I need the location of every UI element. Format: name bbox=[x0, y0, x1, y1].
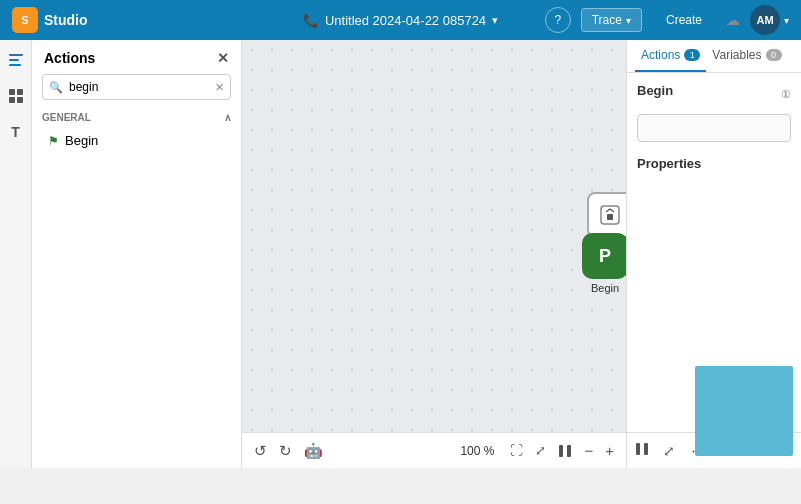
right-panel: Actions 1 Variables 0 Begin ① Properties bbox=[626, 40, 801, 468]
svg-rect-12 bbox=[644, 443, 648, 455]
svg-rect-10 bbox=[567, 445, 571, 457]
topbar-left: S Studio bbox=[12, 7, 88, 33]
tab-actions-badge: 1 bbox=[684, 49, 700, 61]
collapse-icon[interactable]: ∧ bbox=[224, 112, 231, 123]
topbar: S Studio 📞 Untitled 2024-04-22 085724 ▾ … bbox=[0, 0, 801, 40]
cloud-icon: ☁ bbox=[726, 12, 740, 28]
expand-button[interactable]: ⤢ bbox=[535, 443, 546, 458]
zoom-plus-button[interactable]: + bbox=[605, 442, 614, 459]
properties-title: Properties bbox=[637, 156, 791, 171]
avatar-chevron-icon: ▾ bbox=[784, 15, 789, 26]
tab-variables[interactable]: Variables 0 bbox=[706, 40, 787, 72]
begin-section-title: Begin bbox=[637, 83, 673, 98]
grid-icon-btn[interactable] bbox=[4, 84, 28, 108]
svg-rect-8 bbox=[607, 214, 613, 220]
topbar-center: 📞 Untitled 2024-04-22 085724 ▾ bbox=[303, 13, 498, 28]
general-section-label: GENERAL ∧ bbox=[42, 112, 231, 123]
topbar-right: ? Trace ▾ Create ☁ AM ▾ bbox=[545, 5, 789, 35]
tab-variables-badge: 0 bbox=[766, 49, 782, 61]
start-node-box bbox=[587, 192, 626, 238]
undo-button[interactable]: ↺ bbox=[254, 442, 267, 460]
text-icon-btn[interactable]: T bbox=[4, 120, 28, 144]
fit-view-button[interactable]: ⛶ bbox=[510, 443, 523, 458]
help-button[interactable]: ? bbox=[545, 7, 571, 33]
flag-icon: ⚑ bbox=[48, 134, 59, 148]
trace-label: Trace bbox=[592, 13, 622, 27]
trace-button[interactable]: Trace ▾ bbox=[581, 8, 642, 32]
app-name: Studio bbox=[44, 12, 88, 28]
columns-button[interactable] bbox=[558, 444, 572, 458]
begin-node-box: P bbox=[582, 233, 626, 279]
begin-action-item[interactable]: ⚑ Begin bbox=[42, 129, 231, 152]
tab-variables-label: Variables bbox=[712, 48, 761, 62]
search-input[interactable] bbox=[42, 74, 231, 100]
canvas-area[interactable]: P Begin ↺ ↻ 🤖 100 % ⛶ ⤢ − + bbox=[242, 40, 626, 468]
svg-rect-3 bbox=[9, 89, 15, 95]
svg-rect-0 bbox=[9, 54, 23, 56]
begin-node-icon: P bbox=[599, 246, 611, 267]
svg-rect-4 bbox=[17, 89, 23, 95]
create-button[interactable]: Create bbox=[652, 8, 716, 32]
general-section: GENERAL ∧ ⚑ Begin bbox=[32, 108, 241, 156]
thumbnail-box bbox=[695, 366, 793, 456]
search-icon: 🔍 bbox=[49, 81, 63, 94]
begin-node[interactable]: P Begin bbox=[582, 233, 626, 294]
avatar-area[interactable]: AM ▾ bbox=[750, 5, 789, 35]
document-title: Untitled 2024-04-22 085724 bbox=[325, 13, 486, 28]
tab-actions[interactable]: Actions 1 bbox=[635, 40, 706, 72]
zoom-minus-button[interactable]: − bbox=[584, 442, 593, 459]
actions-panel: Actions ✕ 🔍 ✕ GENERAL ∧ ⚑ Begin bbox=[32, 40, 242, 468]
search-box: 🔍 ✕ bbox=[42, 74, 231, 100]
text-icon: T bbox=[11, 124, 20, 140]
svg-rect-5 bbox=[9, 97, 15, 103]
right-panel-tabs: Actions 1 Variables 0 bbox=[627, 40, 801, 73]
svg-rect-11 bbox=[636, 443, 640, 455]
trace-chevron-icon: ▾ bbox=[626, 15, 631, 26]
expand-icon[interactable]: ⤢ bbox=[663, 443, 675, 459]
redo-button[interactable]: ↻ bbox=[279, 442, 292, 460]
begin-section-number: ① bbox=[781, 88, 791, 101]
close-actions-button[interactable]: ✕ bbox=[217, 50, 229, 66]
svg-rect-9 bbox=[559, 445, 563, 457]
main-layout: T Actions ✕ 🔍 ✕ GENERAL ∧ ⚑ Begin bbox=[0, 40, 801, 468]
actions-icon-btn[interactable] bbox=[4, 48, 28, 72]
canvas-toolbar: ↺ ↻ 🤖 100 % ⛶ ⤢ − + bbox=[242, 432, 626, 468]
actions-title: Actions bbox=[44, 50, 95, 66]
svg-rect-2 bbox=[9, 64, 21, 66]
avatar: AM bbox=[750, 5, 780, 35]
tab-actions-label: Actions bbox=[641, 48, 680, 62]
columns-icon[interactable] bbox=[635, 442, 649, 459]
begin-input[interactable] bbox=[637, 114, 791, 142]
title-chevron-icon: ▾ bbox=[492, 14, 498, 27]
clear-search-icon[interactable]: ✕ bbox=[215, 81, 224, 94]
begin-action-label: Begin bbox=[65, 133, 98, 148]
zoom-level: 100 % bbox=[460, 444, 494, 458]
logo-icon: S bbox=[12, 7, 38, 33]
svg-rect-1 bbox=[9, 59, 19, 61]
start-node[interactable] bbox=[587, 192, 626, 238]
actions-header: Actions ✕ bbox=[32, 40, 241, 74]
studio-logo: S Studio bbox=[12, 7, 88, 33]
robot-button[interactable]: 🤖 bbox=[304, 442, 323, 460]
begin-node-label: Begin bbox=[591, 282, 619, 294]
svg-rect-6 bbox=[17, 97, 23, 103]
left-icon-bar: T bbox=[0, 40, 32, 468]
phone-icon: 📞 bbox=[303, 13, 319, 28]
